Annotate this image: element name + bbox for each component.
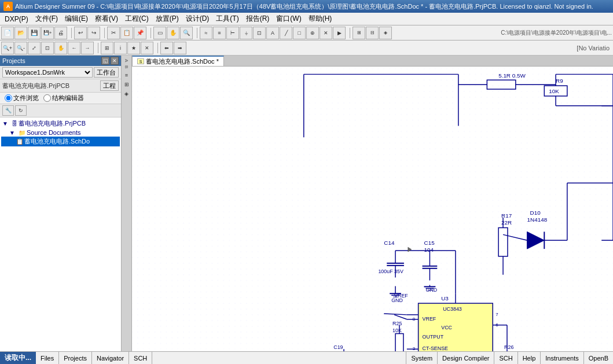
menu-project[interactable]: 工程(C) bbox=[122, 13, 152, 25]
tb-redo-btn[interactable]: ↪ bbox=[87, 27, 100, 39]
svg-text:VREF: VREF bbox=[423, 316, 436, 322]
tb2-zoom-sel[interactable]: ⊡ bbox=[41, 42, 54, 54]
status-bar: 读取中... Files Projects Navigator SCH Syst… bbox=[0, 351, 613, 364]
panel-toolbar: 🔧 ↻ bbox=[0, 104, 121, 117]
tb2-back[interactable]: ⬅ bbox=[160, 42, 173, 54]
menu-tools[interactable]: 工具(T) bbox=[212, 13, 242, 25]
menu-edit[interactable]: 编辑(E) bbox=[61, 13, 91, 25]
tb2-zoom-pan[interactable]: ✋ bbox=[54, 42, 67, 54]
tb-new-btn[interactable]: 📄 bbox=[1, 27, 14, 39]
content-area: Projects ◱ ✕ Workspace1.DsnWrk 工作台 蓄电池充电… bbox=[0, 56, 613, 351]
status-help[interactable]: Help bbox=[517, 352, 541, 364]
menu-window[interactable]: 窗口(W) bbox=[273, 13, 304, 25]
tb-hier-btn[interactable]: ⊞ bbox=[353, 27, 365, 39]
menu-design[interactable]: 设计(D) bbox=[182, 13, 213, 25]
tab-schdoc[interactable]: S 蓄电池充电电路.SchDoc * bbox=[132, 56, 224, 66]
status-instruments[interactable]: Instruments bbox=[540, 352, 583, 364]
status-tab-projects[interactable]: Projects bbox=[59, 352, 92, 364]
panel-tb-btn2[interactable]: ↻ bbox=[15, 105, 27, 116]
tb-port-btn[interactable]: ⊢ bbox=[226, 27, 239, 39]
tree-schdoc[interactable]: 📋 蓄电池充电电路.SchDo bbox=[1, 137, 120, 146]
project-btn[interactable]: 工程 bbox=[100, 80, 119, 91]
tb-open-btn[interactable]: 📂 bbox=[14, 27, 27, 39]
tb-power-btn[interactable]: ⏚ bbox=[240, 27, 252, 39]
tb2-next[interactable]: → bbox=[81, 42, 94, 54]
app-logo: A bbox=[3, 2, 13, 11]
status-tab-sch[interactable]: SCH bbox=[129, 352, 152, 364]
menu-view[interactable]: 察看(V) bbox=[91, 13, 122, 25]
svg-text:UC3843: UC3843 bbox=[443, 306, 462, 312]
panel-float-btn[interactable]: ◱ bbox=[101, 57, 109, 65]
tb-probe-btn[interactable]: ⊕ bbox=[306, 27, 319, 39]
tb-compile-btn[interactable]: ▶ bbox=[333, 27, 346, 39]
tb-cut-btn[interactable]: ✂ bbox=[107, 27, 120, 39]
doc-tabs: S 蓄电池充电电路.SchDoc * bbox=[132, 56, 613, 67]
tb2-cross-probe[interactable]: ⊞ bbox=[101, 42, 113, 54]
tb-print-btn[interactable]: 🖨 bbox=[54, 27, 67, 39]
svg-text:5.1R 0.5W: 5.1R 0.5W bbox=[498, 73, 526, 79]
workspace-btn[interactable]: 工作台 bbox=[94, 67, 119, 78]
schematic-canvas[interactable]: R9 10K 5.1R 0.5W bbox=[132, 67, 613, 351]
workspace-row: Workspace1.DsnWrk 工作台 bbox=[0, 66, 121, 79]
status-tab-navigator[interactable]: Navigator bbox=[92, 352, 129, 364]
tb2-clear[interactable]: ✕ bbox=[141, 42, 153, 54]
tb-paste-btn[interactable]: 📌 bbox=[134, 27, 146, 39]
tb-undo-btn[interactable]: ↩ bbox=[74, 27, 87, 39]
menu-file[interactable]: 文件(F) bbox=[32, 13, 61, 25]
status-sch[interactable]: SCH bbox=[494, 352, 517, 364]
panel-tb-btn1[interactable]: 🔧 bbox=[2, 105, 14, 116]
tree-project[interactable]: ▼ 🗄 蓄电池充电电路.PrjPCB bbox=[1, 119, 120, 128]
status-tab-files[interactable]: Files bbox=[36, 352, 59, 364]
tb-copy-btn[interactable]: 📋 bbox=[120, 27, 133, 39]
menu-place[interactable]: 放置(P) bbox=[152, 13, 182, 25]
tb-net-btn[interactable]: ⊟ bbox=[366, 27, 379, 39]
tree-source-icon: ▼ bbox=[9, 130, 17, 136]
tb-save-all-btn[interactable]: 💾+ bbox=[41, 27, 54, 39]
tree-source-docs[interactable]: ▼ 📁 Source Documents bbox=[1, 128, 120, 137]
tb2-prev[interactable]: ← bbox=[68, 42, 80, 54]
svg-text:C15: C15 bbox=[424, 240, 435, 246]
tb-line-btn[interactable]: ╱ bbox=[280, 27, 292, 39]
menu-report[interactable]: 报告(R) bbox=[243, 13, 273, 25]
tb2-inspect[interactable]: i bbox=[114, 42, 127, 54]
svg-text:VCC: VCC bbox=[441, 325, 452, 330]
svg-text:3: 3 bbox=[413, 346, 416, 351]
tb-save-btn[interactable]: 💾 bbox=[28, 27, 41, 39]
tb-move-btn[interactable]: ✋ bbox=[167, 27, 179, 39]
workspace-select[interactable]: Workspace1.DsnWrk bbox=[2, 67, 93, 78]
svg-text:R25: R25 bbox=[392, 321, 402, 326]
menu-bar: DXP(P) 文件(F) 编辑(E) 察看(V) 工程(C) 放置(P) 设计(… bbox=[0, 13, 613, 25]
status-openb[interactable]: OpenB bbox=[583, 352, 613, 364]
tb-wire-btn[interactable]: ≈ bbox=[200, 27, 212, 39]
panel-header: Projects ◱ ✕ bbox=[0, 56, 121, 66]
tb2-zoom-out[interactable]: 🔍- bbox=[14, 42, 27, 54]
tb2-zoom-in[interactable]: 🔍+ bbox=[1, 42, 14, 54]
tb-comp-btn[interactable]: ⊡ bbox=[253, 27, 266, 39]
svg-text:1N4148: 1N4148 bbox=[527, 216, 548, 223]
status-design-compiler[interactable]: Design Compiler bbox=[437, 352, 494, 364]
tb-cross-btn[interactable]: ✕ bbox=[320, 27, 332, 39]
tb-text-btn[interactable]: A bbox=[266, 27, 279, 39]
tb-annot-btn[interactable]: ◈ bbox=[379, 27, 392, 39]
struct-view-radio[interactable]: 结构编辑器 bbox=[43, 94, 84, 102]
left-side-icons: A B ≡ ⊞ ◈ bbox=[122, 56, 132, 351]
status-right: System Design Compiler SCH Help Instrume… bbox=[406, 352, 613, 364]
svg-rect-5 bbox=[132, 69, 613, 350]
tb-rect-btn[interactable]: □ bbox=[293, 27, 306, 39]
tb-select-btn[interactable]: ▭ bbox=[153, 27, 166, 39]
file-view-radio[interactable]: 文件浏览 bbox=[5, 94, 39, 102]
tb-zoom-btn[interactable]: 🔍 bbox=[180, 27, 193, 39]
tb2-highlight[interactable]: ★ bbox=[127, 42, 140, 54]
svg-text:R9: R9 bbox=[556, 78, 563, 84]
tb2-fwd[interactable]: ➡ bbox=[174, 42, 186, 54]
menu-dxp[interactable]: DXP(P) bbox=[1, 14, 32, 24]
status-system[interactable]: System bbox=[406, 352, 437, 364]
toolbar1: 📄 📂 💾 💾+ 🖨 ↩ ↪ ✂ 📋 📌 ▭ ✋ 🔍 ≈ ≡ ⊢ ⏚ ⊡ A ╱… bbox=[0, 25, 613, 41]
menu-help[interactable]: 帮助(H) bbox=[305, 13, 336, 25]
view-mode-row: 文件浏览 结构编辑器 bbox=[0, 93, 121, 104]
status-loading: 读取中... bbox=[0, 352, 36, 364]
panel-close-btn[interactable]: ✕ bbox=[111, 57, 119, 65]
svg-text:CT-SENSE: CT-SENSE bbox=[423, 345, 449, 351]
tb-bus-btn[interactable]: ≡ bbox=[213, 27, 226, 39]
tb2-zoom-fit[interactable]: ⤢ bbox=[28, 42, 41, 54]
